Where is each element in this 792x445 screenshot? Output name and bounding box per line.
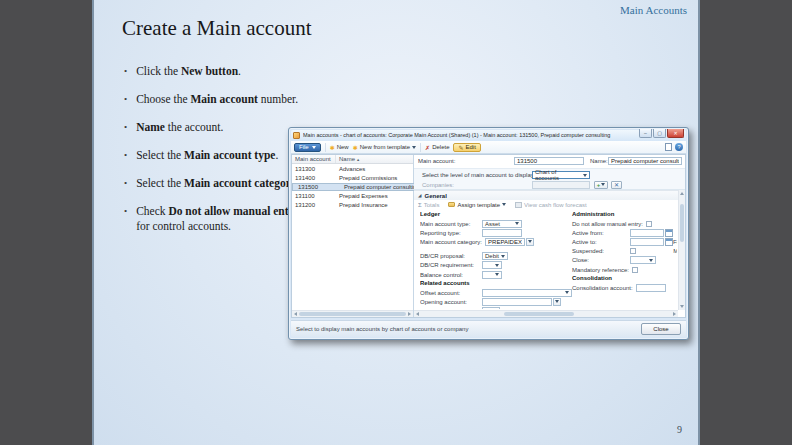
field-label: Main account type:	[420, 221, 482, 227]
grid-horizontal-scrollbar[interactable]	[292, 310, 413, 317]
consolidation-account-input[interactable]	[636, 284, 666, 292]
field-row: Active to:Foreig	[572, 237, 677, 246]
active-to-input[interactable]	[630, 238, 673, 246]
field-group-label: Administration	[572, 210, 677, 219]
scrollbar-thumb[interactable]	[680, 204, 684, 242]
bullet-icon: •	[124, 176, 127, 191]
window-content: Main account Name ▴ 131300Advances131400…	[291, 154, 686, 318]
field-label: Consolidation account:	[572, 285, 636, 291]
field-group-label: Ledger	[420, 210, 572, 219]
bullet-item: •Select the Main account category.	[124, 176, 306, 191]
maximize-button[interactable]: ▢	[653, 129, 666, 138]
close-form-button[interactable]: Close	[641, 323, 681, 335]
bullet-item: •Name the account.	[124, 120, 306, 135]
sort-ascending-icon: ▴	[357, 157, 359, 162]
chevron-down-icon	[583, 174, 587, 177]
table-row[interactable]: 131500Prepaid computer consulting	[292, 183, 423, 191]
sru-code-input[interactable]	[482, 307, 500, 309]
general-fasttab-header[interactable]: ◢ General	[414, 190, 678, 200]
panel-horizontal-scrollbar[interactable]	[414, 310, 678, 317]
table-row[interactable]: 131400Prepaid Commissions	[292, 174, 413, 184]
scrollbar-thumb[interactable]	[504, 312, 574, 316]
scroll-right-icon[interactable]	[673, 312, 676, 316]
help-icon[interactable]: ?	[675, 143, 683, 151]
display-level-select[interactable]: Chart of accounts	[532, 171, 590, 179]
cell-name: Prepaid Commissions	[336, 175, 413, 181]
calendar-icon[interactable]	[665, 229, 673, 237]
table-row[interactable]: 131200Prepaid Insurance	[292, 201, 413, 211]
bullet-text: Click the New button.	[136, 64, 241, 79]
chevron-down-icon	[312, 146, 316, 149]
column-header-main-account[interactable]: Main account	[292, 155, 336, 163]
scroll-left-icon[interactable]	[294, 312, 297, 316]
opening-account-lookup[interactable]	[482, 298, 561, 306]
vertical-scrollbar[interactable]	[678, 190, 685, 310]
clear-companies-button[interactable]: ✕	[611, 181, 622, 189]
name-input[interactable]	[608, 157, 682, 165]
edit-button[interactable]: ✎ Edit	[453, 143, 480, 152]
scroll-left-icon[interactable]	[416, 312, 419, 316]
totals-icon: Σ	[418, 202, 422, 208]
slide: Main Accounts Create a Main account •Cli…	[92, 0, 700, 445]
general-form: LedgerMain account type:AssetReporting t…	[420, 210, 677, 309]
field-group-label: Related accounts	[420, 279, 572, 288]
scroll-down-icon[interactable]	[680, 305, 684, 308]
field-label: Active from:	[572, 230, 630, 236]
bullet-icon: •	[124, 120, 127, 135]
column-header-name[interactable]: Name ▴	[336, 156, 413, 162]
lookup-button[interactable]	[553, 298, 561, 306]
mandatory-reference-checkbox[interactable]	[632, 267, 638, 273]
scroll-up-icon[interactable]	[680, 192, 684, 195]
field-row: Balance control:	[420, 270, 572, 279]
toolbar-right-icons: ?	[665, 143, 683, 151]
field-row: Do not allow manual entry:	[572, 219, 677, 228]
cell-main-account: 131300	[292, 166, 336, 172]
field-row: Suspended:Monet	[572, 247, 677, 256]
delete-button[interactable]: ✗ Delete	[425, 144, 449, 151]
minimize-button[interactable]: –	[639, 129, 652, 138]
dbcr-requirement-select[interactable]	[482, 261, 502, 269]
assign-template-button[interactable]: Assign template	[448, 202, 506, 208]
cell-main-account: 131500	[295, 184, 339, 190]
cell-main-account: 131200	[292, 202, 336, 208]
table-row[interactable]: 131100Prepaid Expenses	[292, 191, 413, 201]
reporting-type-input[interactable]	[482, 229, 522, 237]
new-button[interactable]: ✱ New	[330, 144, 349, 151]
truncated-label: Foreig	[673, 239, 677, 245]
main-account-type-select[interactable]: Asset	[482, 220, 522, 228]
main-account-category-lookup[interactable]	[485, 238, 534, 246]
suspended-checkbox[interactable]	[630, 248, 636, 254]
active-from-input[interactable]	[630, 229, 673, 237]
delete-icon: ✗	[425, 144, 430, 151]
add-companies-button[interactable]: +	[594, 181, 608, 189]
totals-button[interactable]: Σ Totals	[418, 202, 439, 208]
view-cash-flow-button[interactable]: View cash flow forecast	[515, 202, 587, 208]
truncated-label: Monet	[673, 248, 677, 254]
scrollbar-thumb[interactable]	[299, 312, 406, 316]
table-row[interactable]: 131300Advances	[292, 164, 413, 174]
balance-control-select[interactable]	[482, 271, 502, 279]
new-from-template-button[interactable]: ✱ New from template	[353, 144, 416, 151]
companies-input	[532, 181, 590, 189]
close-window-button[interactable]: ✕	[667, 129, 684, 138]
general-section-label: General	[424, 193, 446, 199]
cell-name: Prepaid Insurance	[336, 202, 413, 208]
document-attachments-icon[interactable]	[665, 143, 672, 151]
cell-main-account: 131400	[292, 175, 336, 181]
field-label: Opening account:	[420, 299, 482, 305]
offset-account-select[interactable]	[482, 289, 572, 297]
file-button[interactable]: File	[294, 143, 321, 152]
calendar-icon[interactable]	[665, 238, 673, 246]
chevron-down-icon	[495, 264, 499, 267]
close-select[interactable]	[630, 256, 656, 264]
scroll-right-icon[interactable]	[408, 312, 411, 316]
field-row: Close:	[572, 256, 677, 265]
window-titlebar[interactable]: Main accounts - chart of accounts: Corpo…	[291, 130, 686, 141]
field-row: Main account type:Asset	[420, 219, 572, 228]
main-account-input[interactable]	[514, 157, 584, 165]
lookup-button[interactable]	[526, 238, 534, 246]
do-not-allow-manual-entry-checkbox[interactable]	[646, 221, 652, 227]
companies-label: Companies:	[422, 182, 454, 188]
field-row: Active from:	[572, 228, 677, 237]
dbcr-proposal-select[interactable]: Debit	[482, 252, 508, 260]
